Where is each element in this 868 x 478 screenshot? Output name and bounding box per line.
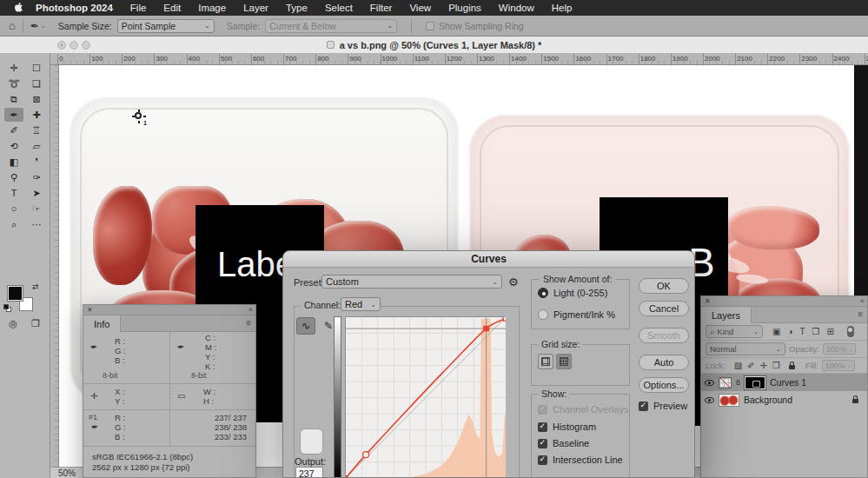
move-tool[interactable]: ✛ [4,61,23,75]
radio-light[interactable]: Light (0-255) [538,288,607,298]
history-brush-tool[interactable]: ⟲ [4,139,23,153]
options-button[interactable]: Options... [639,377,689,393]
app-menu-photoshop[interactable]: Photoshop 2024 [36,3,113,13]
layer-row-background[interactable]: Background [701,391,867,408]
curve-point-tool-button[interactable]: ∿ [296,317,315,335]
curves-adjustment-thumbnail[interactable] [719,377,732,388]
ellipse-tool[interactable]: ○ [4,202,23,216]
radio-pigment-ink[interactable]: Pigment/Ink % [538,309,615,320]
collapse-icon[interactable]: « [860,296,864,305]
sample-dropdown[interactable]: Current & Below ⌄ [265,19,397,33]
eyedropper-icon[interactable]: ✒ [90,342,97,352]
menu-window[interactable]: Window [499,3,534,13]
panel-menu-icon[interactable]: ≡ [858,309,863,319]
menu-file[interactable]: File [130,3,147,13]
lock-paint-icon[interactable]: ✐ [747,361,754,370]
brush-tool[interactable]: ✐ [4,123,23,137]
path-selection-tool[interactable]: ➤ [27,186,46,200]
background-layer-thumbnail[interactable] [719,394,739,407]
edit-toolbar[interactable]: ⋯ [27,217,46,231]
eraser-tool[interactable]: ▱ [27,139,46,153]
smooth-button[interactable]: Smooth [639,328,689,343]
object-selection-tool[interactable]: ❏ [27,76,46,90]
close-icon[interactable]: ✕ [705,297,711,305]
menu-edit[interactable]: Edit [163,3,181,13]
filter-smart-objects-icon[interactable]: ⊞ [827,327,834,336]
menu-type[interactable]: Type [286,3,308,13]
visibility-eye-icon[interactable] [705,380,714,386]
blend-mode-dropdown[interactable]: Normal⌄ [706,342,785,355]
home-icon[interactable]: ⌂ [9,19,16,32]
gear-icon[interactable]: ⚙ [508,276,519,289]
filter-pixel-layers-icon[interactable]: ▣ [772,327,780,336]
close-icon[interactable]: ✕ [87,306,93,314]
lock-artboard-icon[interactable]: ❒ [772,361,780,370]
frame-tool[interactable]: ⊠ [27,92,46,106]
layer-mask-thumbnail[interactable] [745,376,765,389]
screen-mode-button[interactable]: ❐ [26,317,45,330]
layer-row-curves-1[interactable]: 8 Curves 1 [701,374,867,391]
menu-layer[interactable]: Layer [243,3,268,13]
menu-plugins[interactable]: Plugins [448,3,481,13]
pen-tool[interactable]: ✑ [27,170,46,184]
eyedropper-icon[interactable]: ✒ [91,422,98,432]
color-sampler-marker[interactable]: 1 [132,110,146,123]
panel-menu-icon[interactable]: ≡ [246,318,251,328]
quick-mask-button[interactable]: ◎ [3,317,23,330]
lock-all-icon[interactable] [789,365,795,369]
horizontal-ruler[interactable]: 0100200300400500600700800900100011001200… [50,54,868,65]
tab-info[interactable]: Info [83,315,121,332]
menu-select[interactable]: Select [325,3,353,13]
show-sampling-ring-checkbox[interactable] [426,22,434,30]
vertical-ruler[interactable] [50,65,59,478]
zoom-level[interactable]: 50% [58,468,76,478]
grid-coarse-button[interactable] [538,354,553,369]
zoom-tool[interactable]: ⌕ [4,217,23,231]
checkbox-channel-overlays[interactable]: Channel Overlays [538,404,628,415]
filter-type-layers-icon[interactable]: T [800,327,805,336]
ok-button[interactable]: OK [639,278,689,294]
layer-name[interactable]: Curves 1 [770,377,806,388]
eyedropper-icon[interactable]: ✒ [177,342,184,352]
eyedropper-tool[interactable]: ✒ [4,108,23,122]
menu-filter[interactable]: Filter [370,3,393,13]
layer-name[interactable]: Background [744,395,792,405]
lock-transparency-icon[interactable]: ▨ [734,361,742,370]
filter-toggle[interactable] [847,326,854,337]
dodge-tool[interactable]: ⚲ [4,170,23,184]
auto-button[interactable]: Auto [639,355,689,370]
grid-fine-button[interactable] [556,354,572,369]
clone-stamp-tool[interactable]: ♖ [27,123,46,137]
cancel-button[interactable]: Cancel [639,301,689,316]
sample-size-dropdown[interactable]: Point Sample ⌄ [117,19,215,33]
filter-shape-layers-icon[interactable]: ❒ [812,327,820,336]
visibility-eye-icon[interactable] [705,397,714,403]
chevron-down-icon[interactable]: ⌄ [41,23,46,30]
menu-view[interactable]: View [409,3,431,13]
filter-adjustment-layers-icon[interactable]: ◑ [787,327,792,336]
checkbox-intersection-line[interactable]: Intersection Line [538,455,623,465]
channel-dropdown[interactable]: Red ⌄ [341,297,381,311]
mask-link-icon[interactable]: 8 [736,378,740,387]
fill-value[interactable]: 100% ⌄ [822,360,856,371]
checkbox-histogram[interactable]: Histogram [538,422,596,432]
crop-tool[interactable]: ⧉ [4,92,23,106]
output-input[interactable] [295,467,323,478]
lock-move-icon[interactable]: ✛ [760,361,767,370]
spot-healing-brush-tool[interactable]: ✚ [27,108,46,122]
menu-image[interactable]: Image [198,3,226,13]
checkbox-baseline[interactable]: Baseline [538,438,589,448]
dialog-title[interactable]: Curves [283,251,694,268]
foreground-color-swatch[interactable] [8,286,23,301]
menu-help[interactable]: Help [552,3,573,13]
blur-tool[interactable]: ❜ [27,155,46,169]
opacity-value[interactable]: 100% ⌄ [823,343,857,355]
hand-tool[interactable]: ☞ [27,202,46,216]
type-tool[interactable]: T [4,186,23,200]
filter-kind-dropdown[interactable]: ⌕Kind ⌄ [706,325,763,338]
eyedropper-tool-icon[interactable]: ✒ [30,20,39,32]
rectangular-marquee-tool[interactable]: ☐ [27,61,46,75]
apple-icon[interactable] [14,3,23,14]
curves-plot[interactable] [345,316,505,477]
preset-dropdown[interactable]: Custom ⌄ [321,275,502,289]
